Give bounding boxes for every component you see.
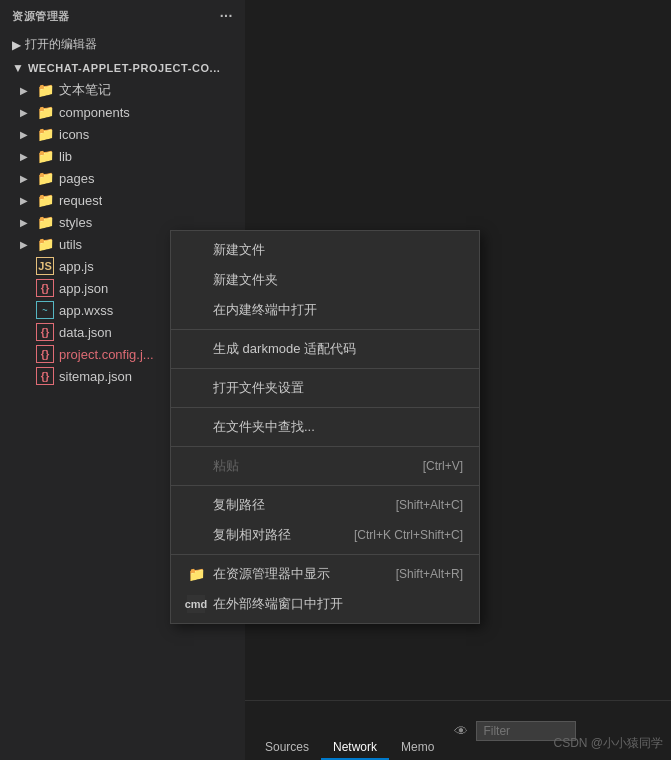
tree-item-label: pages <box>59 171 94 186</box>
tree-item-label: icons <box>59 127 89 142</box>
ctx-paste-shortcut: [Ctrl+V] <box>423 459 463 473</box>
ctx-ext-terminal-label: 在外部终端窗口中打开 <box>213 595 343 613</box>
ctx-open-terminal-label: 在内建终端中打开 <box>213 301 317 319</box>
project-arrow: ▼ <box>12 61 24 75</box>
tree-item-components[interactable]: ▶ 📁 components <box>0 101 245 123</box>
tree-item-label: 文本笔记 <box>59 81 111 99</box>
more-icon[interactable]: ··· <box>220 8 233 24</box>
ctx-paste: 粘贴 [Ctrl+V] <box>171 451 479 481</box>
folder-icon: 📁 <box>36 81 54 99</box>
json-icon: {} <box>36 367 54 385</box>
json-icon: {} <box>36 345 54 363</box>
ctx-reveal-explorer[interactable]: 📁 在资源管理器中显示 [Shift+Alt+R] <box>171 559 479 589</box>
tree-item-label: app.wxss <box>59 303 113 318</box>
tree-item-label: components <box>59 105 130 120</box>
ctx-open-ext-terminal[interactable]: cmd 在外部终端窗口中打开 <box>171 589 479 619</box>
tree-item-label: app.json <box>59 281 108 296</box>
ctx-paste-label: 粘贴 <box>213 457 239 475</box>
ctx-gen-darkmode[interactable]: 生成 darkmode 适配代码 <box>171 334 479 364</box>
ctx-copy-rel-path[interactable]: 复制相对路径 [Ctrl+K Ctrl+Shift+C] <box>171 520 479 550</box>
ctx-folder-settings-label: 打开文件夹设置 <box>213 379 304 397</box>
ctx-copy-path-shortcut: [Shift+Alt+C] <box>396 498 463 512</box>
json-icon: {} <box>36 279 54 297</box>
tree-item-pages[interactable]: ▶ 📁 pages <box>0 167 245 189</box>
ctx-sep-1 <box>171 329 479 330</box>
folder-icon: 📁 <box>36 103 54 121</box>
ctx-reveal-shortcut: [Shift+Alt+R] <box>396 567 463 581</box>
paste-icon <box>187 457 205 475</box>
ctx-sep-4 <box>171 446 479 447</box>
ctx-folder-settings[interactable]: 打开文件夹设置 <box>171 373 479 403</box>
folder-icon: 📁 <box>36 169 54 187</box>
ctx-gen-darkmode-label: 生成 darkmode 适配代码 <box>213 340 356 358</box>
tree-item-wenbenjiji[interactable]: ▶ 📁 文本笔记 <box>0 79 245 101</box>
eye-icon[interactable]: 👁 <box>454 723 468 739</box>
folder-icon: 📁 <box>36 147 54 165</box>
folder-icon: 📁 <box>36 235 54 253</box>
ctx-new-folder[interactable]: 新建文件夹 <box>171 265 479 295</box>
ctx-find-in-folder[interactable]: 在文件夹中查找... <box>171 412 479 442</box>
tree-item-icons[interactable]: ▶ 📁 icons <box>0 123 245 145</box>
sidebar-header: 资源管理器 ··· <box>0 0 245 32</box>
tree-item-label: sitemap.json <box>59 369 132 384</box>
tab-memo[interactable]: Memo <box>389 736 446 760</box>
tab-network[interactable]: Network <box>321 736 389 760</box>
watermark: CSDN @小小猿同学 <box>553 735 663 752</box>
new-file-icon <box>187 241 205 259</box>
ctx-find-label: 在文件夹中查找... <box>213 418 315 436</box>
terminal-icon <box>187 301 205 319</box>
json-icon: {} <box>36 323 54 341</box>
folder-settings-icon <box>187 379 205 397</box>
ctx-sep-6 <box>171 554 479 555</box>
section-arrow: ▶ <box>12 38 21 52</box>
section-open-editors-label: 打开的编辑器 <box>25 36 97 53</box>
section-project-label: WECHAT-APPLET-PROJECT-CO... <box>28 62 221 74</box>
ctx-new-file-label: 新建文件 <box>213 241 265 259</box>
tree-item-request[interactable]: ▶ 📁 request <box>0 189 245 211</box>
ext-terminal-icon: cmd <box>187 595 205 613</box>
tree-item-label: lib <box>59 149 72 164</box>
find-icon <box>187 418 205 436</box>
folder-icon: 📁 <box>36 213 54 231</box>
tree-item-label: utils <box>59 237 82 252</box>
tree-item-label: data.json <box>59 325 112 340</box>
tree-item-label: styles <box>59 215 92 230</box>
context-menu: 新建文件 新建文件夹 在内建终端中打开 生成 darkmode 适配代码 打开文… <box>170 230 480 624</box>
ctx-copy-rel-path-shortcut: [Ctrl+K Ctrl+Shift+C] <box>354 528 463 542</box>
darkmode-icon <box>187 340 205 358</box>
ctx-sep-2 <box>171 368 479 369</box>
ctx-sep-5 <box>171 485 479 486</box>
section-project[interactable]: ▼ WECHAT-APPLET-PROJECT-CO... <box>0 57 245 79</box>
tree-item-lib[interactable]: ▶ 📁 lib <box>0 145 245 167</box>
folder-icon: 📁 <box>36 191 54 209</box>
section-open-editors[interactable]: ▶ 打开的编辑器 <box>0 32 245 57</box>
ctx-copy-path[interactable]: 复制路径 [Shift+Alt+C] <box>171 490 479 520</box>
bottom-tabs: Sources Network Memo <box>253 701 446 760</box>
copy-path-icon <box>187 496 205 514</box>
wxss-icon: ~ <box>36 301 54 319</box>
sidebar-header-icons: ··· <box>220 8 233 24</box>
explorer-folder-icon: 📁 <box>187 565 205 583</box>
sidebar-title: 资源管理器 <box>12 9 70 24</box>
tab-sources[interactable]: Sources <box>253 736 321 760</box>
ctx-sep-3 <box>171 407 479 408</box>
js-icon: JS <box>36 257 54 275</box>
new-folder-icon <box>187 271 205 289</box>
folder-icon: 📁 <box>36 125 54 143</box>
tree-item-label: request <box>59 193 102 208</box>
tree-item-label: app.js <box>59 259 94 274</box>
ctx-new-folder-label: 新建文件夹 <box>213 271 278 289</box>
ctx-reveal-label: 在资源管理器中显示 <box>213 565 330 583</box>
tree-item-label: project.config.j... <box>59 347 154 362</box>
ctx-new-file[interactable]: 新建文件 <box>171 235 479 265</box>
copy-rel-path-icon <box>187 526 205 544</box>
ctx-copy-rel-path-label: 复制相对路径 <box>213 526 291 544</box>
ctx-open-terminal[interactable]: 在内建终端中打开 <box>171 295 479 325</box>
ctx-copy-path-label: 复制路径 <box>213 496 265 514</box>
